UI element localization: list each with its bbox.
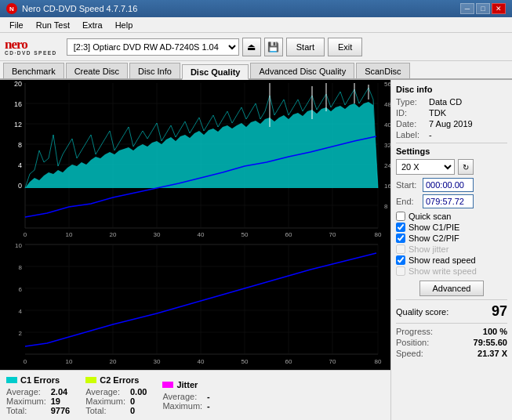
jitter-avg-label: Average: [162, 392, 202, 401]
toolbar: nero CD·DVD SPEED [2:3] Optiarc DVD RW A… [0, 33, 512, 61]
eject-button[interactable]: ⏏ [242, 38, 261, 56]
show-c2-pif-row: Show C2/PIF [396, 234, 507, 243]
date-label: Date: [396, 119, 426, 129]
disc-label-row: Label: - [396, 130, 507, 139]
speed-value: 21.37 X [478, 349, 507, 358]
c1-errors-legend: C1 Errors Average: 2.04 Maximum: 19 Tota… [6, 375, 70, 415]
menu-extra[interactable]: Extra [76, 19, 109, 31]
settings-title: Settings [396, 147, 507, 156]
svg-text:8: 8 [19, 264, 23, 271]
drive-select[interactable]: [2:3] Optiarc DVD RW AD-7240S 1.04 [67, 38, 239, 56]
svg-text:40: 40 [384, 121, 390, 129]
advanced-button[interactable]: Advanced [419, 281, 485, 296]
svg-text:2: 2 [19, 330, 23, 337]
svg-text:8: 8 [384, 203, 388, 210]
svg-text:80: 80 [375, 231, 382, 238]
position-label: Position: [396, 338, 429, 347]
maximize-button[interactable]: □ [476, 3, 490, 14]
exit-button[interactable]: Exit [328, 38, 362, 56]
refresh-button[interactable]: ↻ [458, 159, 474, 175]
close-button[interactable]: ✕ [492, 3, 506, 14]
show-read-speed-row: Show read speed [396, 255, 507, 265]
show-jitter-row: Show jitter [396, 244, 507, 254]
tab-scan-disc[interactable]: ScanDisc [356, 63, 409, 78]
svg-text:50: 50 [241, 231, 249, 238]
svg-text:0: 0 [24, 231, 27, 238]
c2-label: C2 Errors [100, 375, 139, 385]
start-time-input[interactable] [423, 178, 474, 192]
date-value: 7 Aug 2019 [429, 119, 473, 129]
show-c1-pie-row: Show C1/PIE [396, 223, 507, 232]
svg-text:0: 0 [24, 358, 27, 365]
c1-color-swatch [6, 377, 17, 383]
show-c1-pie-label: Show C1/PIE [409, 223, 459, 232]
svg-text:0: 0 [18, 182, 22, 190]
id-label: ID: [396, 108, 426, 118]
main-content: 20 16 12 8 4 0 56 48 40 32 24 16 8 [0, 80, 512, 420]
quality-score-label: Quality score: [396, 307, 448, 317]
end-time-input[interactable] [423, 194, 474, 208]
svg-text:10: 10 [66, 358, 73, 365]
divider-3 [396, 323, 507, 324]
minimize-button[interactable]: ─ [460, 3, 474, 14]
c2-total-value: 0 [130, 406, 147, 415]
quality-score-value: 97 [492, 303, 507, 320]
quick-scan-checkbox[interactable] [396, 212, 405, 221]
end-label: End: [396, 197, 419, 206]
disc-id-row: ID: TDK [396, 108, 507, 118]
jitter-max-label: Maximum: [162, 401, 202, 411]
disc-info-title: Disc info [396, 85, 507, 94]
title-bar-controls[interactable]: ─ □ ✕ [460, 3, 506, 14]
c2-avg-value: 0.00 [130, 387, 147, 396]
progress-value: 100 % [483, 327, 507, 336]
svg-text:50: 50 [241, 358, 249, 365]
jitter-color-swatch [162, 382, 173, 388]
app-icon: N [6, 3, 17, 14]
show-c1-pie-checkbox[interactable] [396, 223, 405, 232]
title-bar: N Nero CD-DVD Speed 4.7.7.16 ─ □ ✕ [0, 0, 512, 17]
save-button[interactable]: 💾 [264, 38, 283, 56]
svg-text:20: 20 [110, 358, 117, 365]
start-button[interactable]: Start [286, 38, 325, 56]
label-value: - [429, 130, 432, 139]
tab-benchmark[interactable]: Benchmark [3, 63, 64, 78]
legend-area: C1 Errors Average: 2.04 Maximum: 19 Tota… [0, 370, 390, 420]
quick-scan-row: Quick scan [396, 212, 507, 221]
svg-text:56: 56 [384, 81, 390, 88]
show-write-speed-row: Show write speed [396, 266, 507, 276]
show-read-speed-checkbox[interactable] [396, 255, 405, 265]
type-value: Data CD [429, 97, 462, 107]
disc-type-row: Type: Data CD [396, 97, 507, 107]
svg-text:60: 60 [285, 231, 292, 238]
svg-text:30: 30 [154, 358, 161, 365]
tab-disc-info[interactable]: Disc Info [129, 63, 180, 78]
svg-text:40: 40 [198, 358, 205, 365]
show-jitter-label: Show jitter [409, 244, 448, 254]
svg-text:48: 48 [384, 101, 390, 108]
app-sub-logo: CD·DVD SPEED [5, 51, 57, 56]
tabs: Benchmark Create Disc Disc Info Disc Qua… [0, 61, 512, 80]
divider-1 [396, 143, 507, 143]
tab-advanced-disc-quality[interactable]: Advanced Disc Quality [250, 63, 354, 78]
speed-select[interactable]: 20 X [396, 159, 455, 175]
show-read-speed-label: Show read speed [409, 255, 476, 265]
menu-file[interactable]: File [3, 19, 30, 31]
speed-row: 20 X ↻ [396, 159, 507, 175]
c2-total-label: Total: [85, 406, 125, 415]
show-jitter-checkbox [396, 244, 405, 254]
c1-avg-value: 2.04 [51, 387, 70, 396]
svg-text:8: 8 [18, 141, 22, 149]
c2-avg-label: Average: [85, 387, 125, 396]
menu-help[interactable]: Help [109, 19, 140, 31]
c1-max-label: Maximum: [6, 396, 46, 406]
menu-run-test[interactable]: Run Test [30, 19, 76, 31]
tab-create-disc[interactable]: Create Disc [66, 63, 128, 78]
c2-max-label: Maximum: [85, 396, 125, 406]
tab-disc-quality[interactable]: Disc Quality [182, 64, 249, 80]
show-c2-pif-checkbox[interactable] [396, 234, 405, 243]
svg-text:24: 24 [384, 162, 390, 169]
speed-label: Speed: [396, 349, 423, 358]
quick-scan-label: Quick scan [409, 212, 451, 221]
svg-text:4: 4 [18, 161, 22, 169]
svg-text:60: 60 [285, 358, 292, 365]
